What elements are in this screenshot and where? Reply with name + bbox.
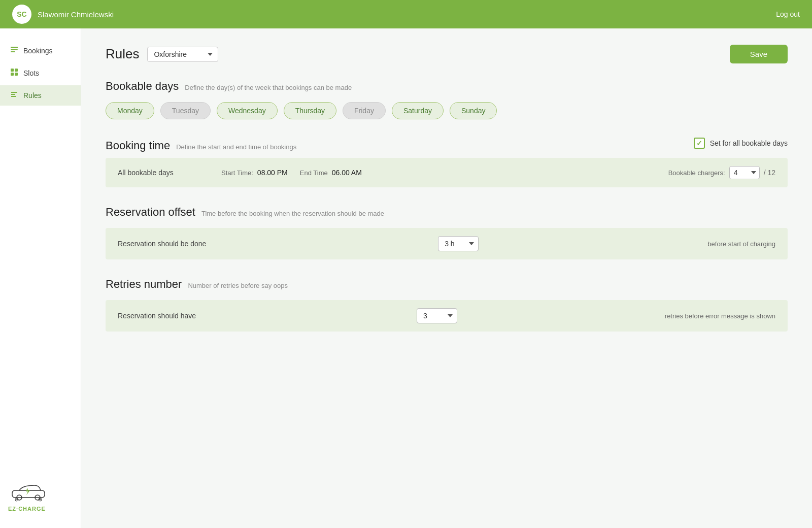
logo-suffix: CHARGE: [18, 506, 46, 512]
reservation-offset-title: Reservation offset: [106, 206, 195, 219]
sidebar: Bookings Slots Rules: [0, 28, 81, 528]
sidebar-label-slots: Slots: [23, 69, 39, 77]
main-content: Rules Oxforshire Save Bookable days Defi…: [81, 28, 812, 528]
bookable-days-section: Bookable days Define the day(s) of the w…: [106, 80, 788, 119]
offset-select[interactable]: 3 h 1 h2 h 4 h5 h6 h: [438, 236, 479, 251]
svg-rect-2: [11, 51, 15, 52]
retries-number-row: Reservation should have 3 12 45 retries …: [106, 300, 788, 332]
reservation-offset-heading: Reservation offset Time before the booki…: [106, 206, 788, 219]
logo-area: EZ·CHARGE: [8, 481, 49, 512]
day-friday[interactable]: Friday: [343, 102, 386, 119]
sidebar-item-bookings[interactable]: Bookings: [0, 41, 81, 61]
retries-suffix: retries before error message is shown: [665, 312, 775, 320]
checkbox-label: Set for all bookable days: [710, 139, 788, 147]
end-time-field: End Time 06.00 AM: [300, 169, 362, 177]
sidebar-label-rules: Rules: [23, 91, 42, 100]
svg-rect-5: [11, 73, 14, 76]
reservation-offset-subtitle: Time before the booking when the reserva…: [201, 210, 384, 217]
retries-number-subtitle: Number of retries before say oops: [188, 282, 288, 289]
day-sunday[interactable]: Sunday: [450, 102, 497, 119]
sidebar-label-bookings: Bookings: [23, 47, 53, 55]
svg-rect-0: [11, 47, 18, 48]
page-title-row: Rules Oxforshire: [106, 46, 218, 62]
bookable-chargers-label: Bookable chargers:: [668, 169, 725, 177]
svg-rect-6: [15, 73, 18, 76]
app-header: SC Slawomir Chmielewski Log out: [0, 0, 812, 28]
days-row: Monday Tuesday Wednesday Thursday Friday…: [106, 102, 788, 119]
all-bookable-days-label: All bookable days: [118, 169, 209, 177]
chargers-total: / 12: [764, 169, 775, 177]
page-title: Rules: [106, 46, 139, 62]
slots-icon: [10, 68, 18, 78]
booking-time-subtitle: Define the start and end time of booking…: [176, 143, 296, 151]
reservation-offset-section: Reservation offset Time before the booki…: [106, 206, 788, 259]
day-monday[interactable]: Monday: [106, 102, 154, 119]
set-all-days-checkbox[interactable]: ✓: [694, 138, 705, 149]
booking-time-title: Booking time: [106, 139, 170, 152]
start-time-value: 08.00 PM: [257, 169, 288, 177]
bookable-days-title: Bookable days: [106, 80, 179, 93]
start-time-label: Start Time:: [221, 169, 253, 177]
header-left: SC Slawomir Chmielewski: [12, 5, 114, 24]
avatar: SC: [12, 5, 31, 24]
day-wednesday[interactable]: Wednesday: [217, 102, 278, 119]
sidebar-item-slots[interactable]: Slots: [0, 63, 81, 83]
offset-suffix: before start of charging: [707, 240, 775, 248]
checkbox-row: ✓ Set for all bookable days: [694, 138, 788, 149]
location-select[interactable]: Oxforshire: [147, 47, 218, 62]
logo-prefix: EZ·: [8, 506, 18, 512]
end-time-value: 06.00 AM: [332, 169, 362, 177]
page-header: Rules Oxforshire Save: [106, 45, 788, 63]
bookable-days-heading: Bookable days Define the day(s) of the w…: [106, 80, 788, 93]
booking-time-left: Booking time Define the start and end ti…: [106, 139, 296, 152]
main-layout: Bookings Slots Rules: [0, 28, 812, 528]
reservation-offset-label: Reservation should be done: [118, 240, 209, 248]
retries-number-heading: Retries number Number of retries before …: [106, 278, 788, 291]
retries-number-title: Retries number: [106, 278, 182, 291]
reservation-offset-row: Reservation should be done 3 h 1 h2 h 4 …: [106, 228, 788, 259]
retries-number-section: Retries number Number of retries before …: [106, 278, 788, 332]
header-username: Slawomir Chmielewski: [38, 10, 114, 19]
day-tuesday[interactable]: Tuesday: [160, 102, 211, 119]
start-time-field: Start Time: 08.00 PM: [221, 169, 288, 177]
booking-time-row: All bookable days Start Time: 08.00 PM E…: [106, 158, 788, 187]
bookable-chargers-field: Bookable chargers: 4 123 567 8910 1112 /…: [668, 166, 775, 179]
retries-number-label: Reservation should have: [118, 312, 209, 320]
booking-time-section: Booking time Define the start and end ti…: [106, 138, 788, 187]
end-time-label: End Time: [300, 169, 328, 177]
bookable-days-subtitle: Define the day(s) of the week that booki…: [185, 84, 352, 91]
logo-text: EZ·CHARGE: [8, 506, 49, 512]
bookings-icon: [10, 46, 18, 56]
checkmark-icon: ✓: [696, 139, 702, 147]
day-saturday[interactable]: Saturday: [392, 102, 444, 119]
day-thursday[interactable]: Thursday: [284, 102, 336, 119]
logout-button[interactable]: Log out: [776, 10, 800, 18]
svg-rect-3: [11, 69, 14, 72]
chargers-select[interactable]: 4 123 567 8910 1112: [729, 166, 760, 179]
sidebar-item-rules[interactable]: Rules: [0, 85, 81, 106]
retries-select[interactable]: 3 12 45: [417, 308, 457, 323]
booking-time-header: Booking time Define the start and end ti…: [106, 138, 788, 154]
svg-rect-1: [11, 49, 18, 50]
svg-rect-4: [15, 69, 18, 72]
rules-icon: [10, 90, 18, 101]
save-button[interactable]: Save: [730, 45, 788, 63]
